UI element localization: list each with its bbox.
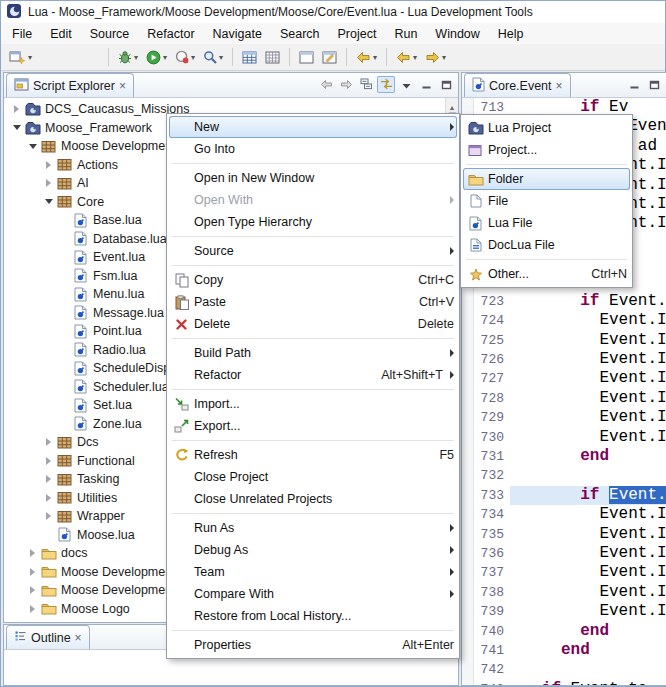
menu-item-team[interactable]: Team	[169, 561, 457, 583]
code-line[interactable]: 725 Event.IniUnit = UNIT	[474, 331, 666, 350]
menubar-item-help[interactable]: Help	[489, 25, 533, 43]
dropdown-caret-icon[interactable]: ▾	[28, 53, 32, 62]
dropdown-caret-icon[interactable]: ▾	[134, 53, 138, 62]
expand-collapsed-icon[interactable]	[26, 581, 39, 600]
minimize-button[interactable]	[417, 76, 435, 93]
link-editor-button[interactable]	[377, 76, 395, 93]
editor-tab-core-event[interactable]: Core.Event ×	[464, 73, 571, 97]
menu-item-project[interactable]: Project...	[463, 139, 630, 161]
code-line[interactable]: 740 end	[474, 622, 666, 641]
expand-collapsed-icon[interactable]	[26, 618, 39, 622]
expand-collapsed-icon[interactable]	[10, 100, 23, 119]
menubar-item-source[interactable]: Source	[81, 25, 139, 43]
expand-collapsed-icon[interactable]	[26, 544, 39, 563]
expand-collapsed-icon[interactable]	[42, 174, 55, 193]
dropdown-caret-icon[interactable]: ▾	[413, 53, 417, 62]
script-explorer-tab[interactable]: Script Explorer ×	[6, 73, 134, 97]
maximize-button[interactable]	[437, 76, 455, 93]
menubar-item-search[interactable]: Search	[271, 25, 329, 43]
menu-item-doclua-file[interactable]: DocLua File	[463, 234, 630, 256]
menu-item-refresh[interactable]: RefreshF5	[169, 444, 457, 466]
last-edit-button[interactable]: ▾	[353, 46, 380, 68]
scroll-up-button[interactable]: ▲	[446, 98, 458, 111]
menu-item-go-into[interactable]: Go Into	[169, 138, 457, 160]
maximize-button[interactable]	[645, 76, 663, 93]
menu-item-source[interactable]: Source	[169, 240, 457, 262]
menu-item-lua-project[interactable]: Lua Project	[463, 117, 630, 139]
expand-collapsed-icon[interactable]	[26, 563, 39, 582]
expand-collapsed-icon[interactable]	[42, 507, 55, 526]
collapse-all-button[interactable]	[357, 76, 375, 93]
code-line[interactable]: 734 Event.IniUnit = UNIT	[474, 505, 666, 524]
menu-item-file[interactable]: File	[463, 190, 630, 212]
back-nav-button[interactable]	[317, 76, 335, 93]
grid-button[interactable]	[262, 46, 283, 68]
forward-nav-button[interactable]	[337, 76, 355, 93]
expand-collapsed-icon[interactable]	[42, 156, 55, 175]
expand-collapsed-icon[interactable]	[42, 470, 55, 489]
outline-tab[interactable]: Outline ×	[6, 625, 90, 649]
code-line[interactable]: 733 if Event.TgtDCSUnit	[474, 486, 666, 505]
window-button[interactable]	[296, 46, 317, 68]
menubar-item-window[interactable]: Window	[426, 25, 488, 43]
close-icon[interactable]: ×	[75, 631, 82, 645]
code-line[interactable]: 736 Event.IniUnit = UNIT	[474, 544, 666, 563]
expand-collapsed-icon[interactable]	[26, 600, 39, 619]
code-line[interactable]: 737 Event.IniUnit = UNIT	[474, 563, 666, 582]
menubar-item-refactor[interactable]: Refactor	[138, 25, 203, 43]
menu-item-compare-with[interactable]: Compare With	[169, 583, 457, 605]
dropdown-caret-icon[interactable]: ▾	[442, 53, 446, 62]
code-line[interactable]: 726 Event.IniUnit = UNIT	[474, 350, 666, 369]
menu-item-export[interactable]: Export...	[169, 415, 457, 437]
menu-item-folder[interactable]: Folder	[463, 168, 630, 190]
menu-item-delete[interactable]: DeleteDelete	[169, 313, 457, 335]
dropdown-caret-icon[interactable]: ▾	[219, 53, 223, 62]
code-line[interactable]: 735 Event.IniUnit = UNIT	[474, 525, 666, 544]
code-line[interactable]: 743 if Event.ta	[474, 680, 666, 685]
new-wizard-button[interactable]: ▾	[6, 46, 35, 68]
search-button[interactable]: ▾	[200, 46, 226, 68]
view-menu-button[interactable]	[397, 76, 415, 93]
menu-item-other[interactable]: Other...Ctrl+N	[463, 263, 630, 285]
menu-item-copy[interactable]: CopyCtrl+C	[169, 269, 457, 291]
menu-item-build-path[interactable]: Build Path	[169, 342, 457, 364]
menubar-item-edit[interactable]: Edit	[41, 25, 81, 43]
code-line[interactable]: 724 Event.IniUnit = UNIT	[474, 311, 666, 330]
menu-item-restore-from-local-history[interactable]: Restore from Local History...	[169, 605, 457, 627]
dropdown-caret-icon[interactable]: ▾	[191, 53, 195, 62]
menu-item-open-in-new-window[interactable]: Open in New Window	[169, 167, 457, 189]
menu-item-import[interactable]: Import...	[169, 393, 457, 415]
editor-window-button[interactable]	[319, 46, 340, 68]
menubar-item-run[interactable]: Run	[385, 25, 426, 43]
menubar-item-file[interactable]: File	[3, 25, 41, 43]
code-line[interactable]: 729 Event.IniUnit = UNIT	[474, 408, 666, 427]
run-button[interactable]: ▾	[143, 46, 170, 68]
dropdown-caret-icon[interactable]: ▾	[373, 53, 377, 62]
code-line[interactable]: 741 end	[474, 641, 666, 660]
code-line[interactable]: 738 Event.IniUnit = UNIT	[474, 583, 666, 602]
forward-button[interactable]: ▾	[422, 46, 449, 68]
code-line[interactable]: 732	[474, 466, 666, 485]
menu-item-paste[interactable]: PasteCtrl+V	[169, 291, 457, 313]
menubar-item-project[interactable]: Project	[329, 25, 386, 43]
code-line[interactable]: 730 Event.IniUnit = UNIT	[474, 428, 666, 447]
dropdown-caret-icon[interactable]: ▾	[163, 53, 167, 62]
menu-item-new[interactable]: New	[169, 116, 457, 138]
debug-button[interactable]: ▾	[115, 46, 141, 68]
code-line[interactable]: 731 end	[474, 447, 666, 466]
menu-item-open-with[interactable]: Open With	[169, 189, 457, 211]
code-line[interactable]: 723 if Event.IniDCSUnit	[474, 292, 666, 311]
code-line[interactable]: 727 Event.IniUnit = UNIT	[474, 369, 666, 388]
back-button[interactable]: ▾	[393, 46, 420, 68]
menu-item-lua-file[interactable]: Lua File	[463, 212, 630, 234]
menu-item-open-type-hierarchy[interactable]: Open Type Hierarchy	[169, 211, 457, 233]
close-icon[interactable]: ×	[556, 79, 563, 93]
expand-collapsed-icon[interactable]	[42, 452, 55, 471]
table-button[interactable]	[239, 46, 260, 68]
close-icon[interactable]: ×	[119, 79, 126, 93]
expand-collapsed-icon[interactable]	[42, 433, 55, 452]
menu-item-close-unrelated-projects[interactable]: Close Unrelated Projects	[169, 488, 457, 510]
code-line[interactable]: 739 Event.IniUnit = UNIT	[474, 602, 666, 621]
expand-expanded-icon[interactable]	[26, 137, 39, 156]
menu-item-run-as[interactable]: Run As	[169, 517, 457, 539]
